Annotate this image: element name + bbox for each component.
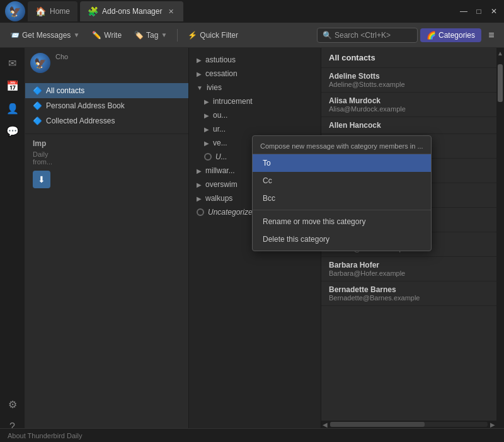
cat-expand-icon: ▶ — [197, 71, 202, 77]
get-messages-button[interactable]: 📨 Get Messages ▼ — [5, 28, 84, 42]
write-label: Write — [104, 31, 122, 40]
ctx-delete-item[interactable]: Delete this category — [253, 230, 431, 248]
cat-item-intrucement[interactable]: ▶ intrucement — [189, 94, 321, 108]
cat-item-ur[interactable]: ▶ ur... — [189, 122, 321, 136]
contact-item-alisa[interactable]: Alisa Murdock Alisa@Murdock.example — [321, 93, 496, 117]
cat-label: ur... — [213, 125, 226, 133]
cat-item-ou[interactable]: ▶ ou... — [189, 108, 321, 122]
tab-close-button[interactable]: ✕ — [166, 6, 176, 16]
contact-email: Barbara@Hofer.example — [329, 269, 489, 277]
cat-label: U... — [215, 152, 227, 161]
cat-label: millwar... — [205, 166, 235, 175]
contact-item-barbara-hofer[interactable]: Barbara Hofer Barbara@Hofer.example — [321, 257, 496, 281]
quick-filter-button[interactable]: ⚡ Quick Filter — [183, 28, 243, 42]
cat-item-cessation[interactable]: ▶ cessation — [189, 67, 321, 81]
contact-name: Bernadette Barnes — [329, 285, 489, 294]
cat-expand-icon: ▶ — [204, 140, 209, 147]
import-section: Imp Daily from... ⬇ — [25, 133, 188, 442]
scroll-left-button[interactable]: ◀ — [321, 421, 329, 428]
tab-home-label: Home — [50, 7, 70, 16]
ctx-cc-item[interactable]: Cc — [253, 172, 431, 190]
cat-expand-icon: ▶ — [197, 57, 202, 64]
minimize-button[interactable]: — — [459, 6, 469, 16]
nav-icon-calendar[interactable]: 📅 — [3, 76, 23, 96]
nav-icon-settings[interactable]: ⚙ — [3, 394, 23, 414]
quick-filter-icon: ⚡ — [188, 31, 197, 40]
maximize-button[interactable]: □ — [474, 6, 484, 16]
cat-item-astutious[interactable]: ▶ astutious — [189, 53, 321, 67]
h-scroll-track — [330, 422, 488, 427]
cat-expand-icon: ▶ — [197, 181, 202, 188]
cat-label: ivies — [207, 83, 222, 92]
cat-label: cessation — [205, 69, 238, 78]
tab-addons[interactable]: 🧩 Add-ons Manager ✕ — [80, 1, 183, 21]
cat-label: walkups — [205, 194, 232, 203]
personal-book-icon: 🔷 — [33, 101, 42, 110]
ctx-rename-item[interactable]: Rename or move this category — [253, 213, 431, 230]
scroll-right-button[interactable]: ▶ — [489, 421, 496, 428]
all-contacts-icon: 🔷 — [33, 86, 42, 95]
tag-button[interactable]: 🏷️ Tag ▼ — [129, 28, 172, 42]
contact-item-allen[interactable]: Allen Hancock — [321, 117, 496, 134]
cat-expand-icon: ▶ — [204, 112, 209, 119]
sidebar-item-personal[interactable]: 🔷 Personal Address Book — [25, 98, 188, 113]
context-menu: Compose new message with category member… — [252, 135, 432, 251]
home-tab-icon: 🏠 — [35, 6, 46, 16]
window-controls: — □ ✕ — [459, 6, 499, 16]
scroll-thumb[interactable] — [498, 64, 503, 102]
contact-item-bernadette[interactable]: Bernadette Barnes Bernadette@Barnes.exam… — [321, 281, 496, 306]
import-icon: ⬇ — [38, 174, 45, 184]
cat-collapse-icon: ▼ — [197, 84, 203, 91]
get-messages-label: Get Messages — [22, 31, 71, 40]
contact-name: Alisa Murdock — [329, 96, 489, 105]
cat-label: ou... — [213, 111, 227, 120]
cat-label: intrucement — [213, 97, 253, 106]
ctx-to-item[interactable]: To — [253, 154, 431, 172]
contact-item-adeline[interactable]: Adeline Stotts Adeline@Stotts.example — [321, 68, 496, 93]
scroll-up-button[interactable]: ▲ — [496, 48, 504, 58]
close-window-button[interactable]: ✕ — [489, 6, 499, 16]
contact-email: Bernadette@Barnes.example — [329, 294, 489, 302]
account-avatar: 🦅 — [30, 53, 50, 73]
categories-button[interactable]: 🌈 Categories — [420, 28, 481, 42]
left-panel: 🦅 Cho 🔷 All contacts 🔷 Personal Address … — [25, 48, 189, 442]
vertical-scrollbar[interactable]: ▲ ▼ — [496, 48, 504, 442]
sidebar-item-all-contacts[interactable]: 🔷 All contacts — [25, 83, 188, 98]
horizontal-scrollbar[interactable]: ◀ ▶ — [321, 421, 496, 428]
nav-icon-chat[interactable]: 💬 — [3, 121, 23, 141]
all-contacts-label: All contacts — [46, 86, 84, 95]
import-line2: from... — [33, 158, 181, 166]
search-icon: 🔍 — [323, 31, 332, 40]
import-button[interactable]: ⬇ — [33, 171, 50, 188]
tag-dropdown-icon: ▼ — [161, 31, 167, 38]
write-button[interactable]: ✏️ Write — [87, 28, 127, 42]
app-icon: 🦅 — [5, 1, 25, 21]
cat-label: ve... — [213, 139, 227, 147]
search-placeholder: Search <Ctrl+K> — [335, 31, 391, 40]
cat-label: overswim — [205, 180, 238, 189]
cat-expand-icon: ▶ — [204, 98, 209, 105]
sidebar-item-collected[interactable]: 🔷 Collected Addresses — [25, 113, 188, 128]
nav-icon-mail[interactable]: ✉ — [3, 53, 23, 73]
icon-bar: ✉ 📅 👤 💬 ⚙ ? — [0, 48, 25, 442]
cat-item-ivies[interactable]: ▼ ivies — [189, 81, 321, 94]
nav-icon-contacts[interactable]: 👤 — [3, 98, 23, 118]
ctx-bcc-item[interactable]: Bcc — [253, 190, 431, 207]
context-menu-separator — [253, 210, 431, 210]
import-line1: Daily — [33, 150, 181, 158]
titlebar: 🦅 🏠 Home 🧩 Add-ons Manager ✕ — □ ✕ — [0, 0, 504, 23]
scroll-track — [496, 103, 504, 432]
tag-label: Tag — [146, 31, 158, 40]
menu-button[interactable]: ≡ — [484, 28, 499, 43]
contact-email: Adeline@Stotts.example — [329, 81, 489, 88]
address-book-sidebar: 🔷 All contacts 🔷 Personal Address Book 🔷… — [25, 78, 188, 133]
cat-radio-icon — [197, 208, 204, 216]
bottom-bar: About Thunderbird Daily — [0, 428, 504, 442]
cat-expand-icon: ▶ — [197, 167, 202, 174]
h-scroll-thumb[interactable] — [330, 422, 425, 427]
search-box[interactable]: 🔍 Search <Ctrl+K> — [317, 28, 418, 43]
categories-icon: 🌈 — [427, 31, 436, 40]
categories-label: Categories — [438, 31, 475, 40]
bottom-text: About Thunderbird Daily — [8, 432, 82, 439]
tab-home[interactable]: 🏠 Home — [28, 1, 77, 21]
